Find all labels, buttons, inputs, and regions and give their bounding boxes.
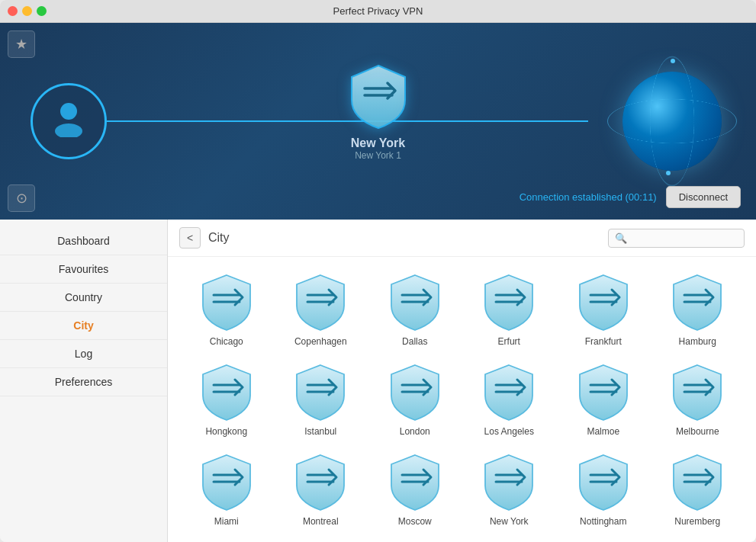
city-item-moscow[interactable]: Moscow <box>372 452 458 527</box>
city-shield-icon <box>388 362 442 422</box>
main-shield-icon <box>348 62 409 130</box>
search-input[interactable] <box>631 233 738 244</box>
city-shield-icon <box>577 362 630 422</box>
city-shield-icon <box>200 452 253 512</box>
avatar-person-icon <box>49 98 88 146</box>
city-shield-icon <box>577 452 630 512</box>
city-item-chicago[interactable]: Chicago <box>183 272 270 347</box>
star-icon: ★ <box>15 36 27 53</box>
window-title: Perfect Privacy VPN <box>333 5 423 17</box>
city-item-istanbul[interactable]: Istanbul <box>278 362 365 437</box>
city-name-label: Erfurt <box>498 336 520 347</box>
city-item-malmoe[interactable]: Malmoe <box>560 362 647 437</box>
title-bar: Perfect Privacy VPN <box>0 0 756 23</box>
city-shield-icon <box>294 452 347 512</box>
city-name-label: Chicago <box>210 336 243 347</box>
disconnect-button[interactable]: Disconnect <box>666 186 741 208</box>
fingerprint-button[interactable]: ⊙ <box>8 184 35 212</box>
back-button[interactable]: < <box>179 227 201 249</box>
city-item-melbourne[interactable]: Melbourne <box>655 362 742 437</box>
city-name-label: Miami <box>214 516 239 527</box>
city-item-miami[interactable]: Miami <box>183 452 270 527</box>
app-container: ★ ⊙ <box>0 23 756 542</box>
connection-status-text: Connection established (00:11) <box>520 191 657 203</box>
city-name-label: Los Angeles <box>484 426 534 437</box>
city-name-label: Istanbul <box>304 426 336 437</box>
search-box: 🔍 <box>608 229 745 248</box>
city-name-label: Nuremberg <box>674 516 720 527</box>
sidebar: Dashboard Favourites Country City Log Pr… <box>0 220 168 542</box>
city-item-london[interactable]: London <box>372 362 458 437</box>
city-item-los-angeles[interactable]: Los Angeles <box>466 362 553 437</box>
city-shield-icon <box>482 272 536 332</box>
city-shield-icon <box>671 452 724 512</box>
avatar-circle <box>31 83 107 159</box>
city-name-label: Frankfurt <box>585 336 622 347</box>
sidebar-item-preferences[interactable]: Preferences <box>0 368 167 396</box>
city-shield-icon <box>388 272 442 332</box>
city-name-label: New York <box>490 516 529 527</box>
city-grid: Chicago Copenhagen <box>168 257 756 542</box>
svg-point-1 <box>55 123 82 137</box>
city-name-label: Hongkong <box>205 426 247 437</box>
city-shield-icon <box>482 362 536 422</box>
sidebar-item-city[interactable]: City <box>0 312 167 340</box>
content-area: < City 🔍 <box>168 220 756 542</box>
vpn-shield: New York New York 1 <box>348 62 409 161</box>
city-name-label: Dallas <box>402 336 427 347</box>
city-shield-icon <box>671 362 724 422</box>
maximize-button[interactable] <box>37 6 47 16</box>
city-item-new-york[interactable]: New York <box>466 452 553 527</box>
globe <box>603 53 741 190</box>
city-shield-icon <box>482 452 536 512</box>
city-name-label: Melbourne <box>676 426 719 437</box>
back-icon: < <box>187 232 193 244</box>
hero-status-bar: Connection established (00:11) Disconnec… <box>520 186 741 208</box>
orbit-dot-2 <box>666 171 671 175</box>
city-item-copenhagen[interactable]: Copenhagen <box>278 272 365 347</box>
city-item-montreal[interactable]: Montreal <box>278 452 365 527</box>
city-item-erfurt[interactable]: Erfurt <box>466 272 553 347</box>
orbit-dot-1 <box>671 59 675 63</box>
sidebar-item-favourites[interactable]: Favourites <box>0 255 167 284</box>
sidebar-item-dashboard[interactable]: Dashboard <box>0 227 167 255</box>
city-item-hongkong[interactable]: Hongkong <box>183 362 270 437</box>
city-name-label: Malmoe <box>587 426 619 437</box>
hero-section: ★ ⊙ <box>0 23 756 220</box>
city-shield-icon <box>200 272 253 332</box>
city-name-label: Nottingham <box>580 516 626 527</box>
city-item-dallas[interactable]: Dallas <box>372 272 458 347</box>
search-icon: 🔍 <box>615 233 627 244</box>
star-button[interactable]: ★ <box>8 30 35 58</box>
bottom-section: Dashboard Favourites Country City Log Pr… <box>0 220 756 542</box>
city-name-label: London <box>400 426 430 437</box>
city-shield-icon <box>577 272 630 332</box>
svg-point-0 <box>60 103 77 120</box>
user-avatar <box>31 83 107 159</box>
minimize-button[interactable] <box>22 6 32 16</box>
city-item-frankfurt[interactable]: Frankfurt <box>560 272 647 347</box>
fingerprint-icon: ⊙ <box>16 190 27 207</box>
city-name-label: Moscow <box>398 516 432 527</box>
city-item-hamburg[interactable]: Hamburg <box>655 272 742 347</box>
content-title: City <box>208 231 600 245</box>
close-button[interactable] <box>8 6 18 16</box>
city-name-label: Montreal <box>303 516 339 527</box>
city-item-nuremberg[interactable]: Nuremberg <box>655 452 742 527</box>
window-controls[interactable] <box>8 6 47 16</box>
vpn-server-label: New York 1 <box>355 150 401 161</box>
city-name-label: Hamburg <box>679 336 716 347</box>
city-shield-icon <box>294 362 347 422</box>
city-shield-icon <box>671 272 724 332</box>
sidebar-item-country[interactable]: Country <box>0 284 167 312</box>
city-shield-icon <box>200 362 253 422</box>
city-item-nottingham[interactable]: Nottingham <box>560 452 647 527</box>
vpn-city-label: New York <box>351 136 405 150</box>
city-shield-icon <box>388 452 442 512</box>
content-header: < City 🔍 <box>168 220 756 257</box>
city-name-label: Copenhagen <box>294 336 347 347</box>
sidebar-item-log[interactable]: Log <box>0 340 167 368</box>
city-shield-icon <box>294 272 347 332</box>
